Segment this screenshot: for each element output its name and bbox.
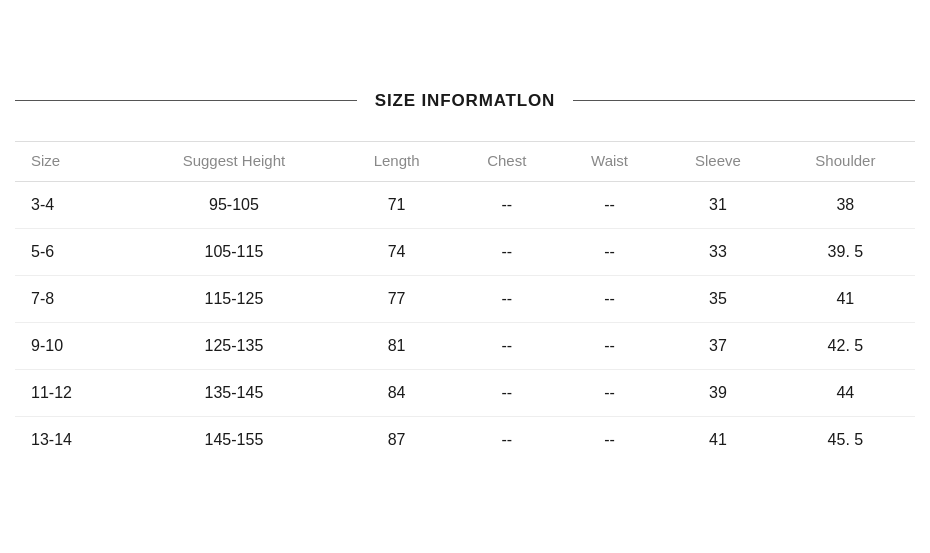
cell-waist: -- bbox=[559, 369, 660, 416]
table-row: 13-14145-15587----4145. 5 bbox=[15, 416, 915, 463]
table-row: 3-495-10571----3138 bbox=[15, 181, 915, 228]
size-information-container: SIZE INFORMATLON Size Suggest Height Len… bbox=[15, 71, 915, 483]
cell-length: 77 bbox=[339, 275, 455, 322]
cell-chest: -- bbox=[454, 416, 559, 463]
table-row: 5-6105-11574----3339. 5 bbox=[15, 228, 915, 275]
col-header-height: Suggest Height bbox=[129, 141, 339, 181]
header-row: Size Suggest Height Length Chest Waist S… bbox=[15, 141, 915, 181]
cell-chest: -- bbox=[454, 228, 559, 275]
cell-sleeve: 41 bbox=[660, 416, 776, 463]
cell-height: 105-115 bbox=[129, 228, 339, 275]
table-row: 7-8115-12577----3541 bbox=[15, 275, 915, 322]
cell-shoulder: 39. 5 bbox=[776, 228, 915, 275]
col-header-sleeve: Sleeve bbox=[660, 141, 776, 181]
cell-size: 5-6 bbox=[15, 228, 129, 275]
cell-height: 145-155 bbox=[129, 416, 339, 463]
cell-length: 84 bbox=[339, 369, 455, 416]
col-header-size: Size bbox=[15, 141, 129, 181]
table-row: 9-10125-13581----3742. 5 bbox=[15, 322, 915, 369]
cell-waist: -- bbox=[559, 228, 660, 275]
cell-chest: -- bbox=[454, 369, 559, 416]
table-header: Size Suggest Height Length Chest Waist S… bbox=[15, 141, 915, 181]
cell-height: 135-145 bbox=[129, 369, 339, 416]
page-title: SIZE INFORMATLON bbox=[357, 91, 573, 111]
col-header-shoulder: Shoulder bbox=[776, 141, 915, 181]
cell-height: 115-125 bbox=[129, 275, 339, 322]
cell-shoulder: 41 bbox=[776, 275, 915, 322]
cell-height: 95-105 bbox=[129, 181, 339, 228]
table-row: 11-12135-14584----3944 bbox=[15, 369, 915, 416]
cell-sleeve: 31 bbox=[660, 181, 776, 228]
cell-size: 9-10 bbox=[15, 322, 129, 369]
cell-height: 125-135 bbox=[129, 322, 339, 369]
col-header-waist: Waist bbox=[559, 141, 660, 181]
size-table: Size Suggest Height Length Chest Waist S… bbox=[15, 141, 915, 463]
cell-length: 71 bbox=[339, 181, 455, 228]
cell-shoulder: 38 bbox=[776, 181, 915, 228]
cell-size: 13-14 bbox=[15, 416, 129, 463]
cell-length: 81 bbox=[339, 322, 455, 369]
cell-size: 11-12 bbox=[15, 369, 129, 416]
col-header-length: Length bbox=[339, 141, 455, 181]
cell-waist: -- bbox=[559, 275, 660, 322]
cell-waist: -- bbox=[559, 181, 660, 228]
cell-size: 7-8 bbox=[15, 275, 129, 322]
cell-length: 87 bbox=[339, 416, 455, 463]
title-line-right bbox=[573, 100, 915, 101]
cell-sleeve: 39 bbox=[660, 369, 776, 416]
cell-waist: -- bbox=[559, 322, 660, 369]
cell-chest: -- bbox=[454, 181, 559, 228]
cell-sleeve: 33 bbox=[660, 228, 776, 275]
title-row: SIZE INFORMATLON bbox=[15, 91, 915, 111]
cell-sleeve: 37 bbox=[660, 322, 776, 369]
cell-shoulder: 45. 5 bbox=[776, 416, 915, 463]
cell-chest: -- bbox=[454, 322, 559, 369]
cell-chest: -- bbox=[454, 275, 559, 322]
cell-length: 74 bbox=[339, 228, 455, 275]
cell-shoulder: 44 bbox=[776, 369, 915, 416]
cell-waist: -- bbox=[559, 416, 660, 463]
table-body: 3-495-10571----31385-6105-11574----3339.… bbox=[15, 181, 915, 463]
title-line-left bbox=[15, 100, 357, 101]
cell-shoulder: 42. 5 bbox=[776, 322, 915, 369]
cell-size: 3-4 bbox=[15, 181, 129, 228]
col-header-chest: Chest bbox=[454, 141, 559, 181]
cell-sleeve: 35 bbox=[660, 275, 776, 322]
